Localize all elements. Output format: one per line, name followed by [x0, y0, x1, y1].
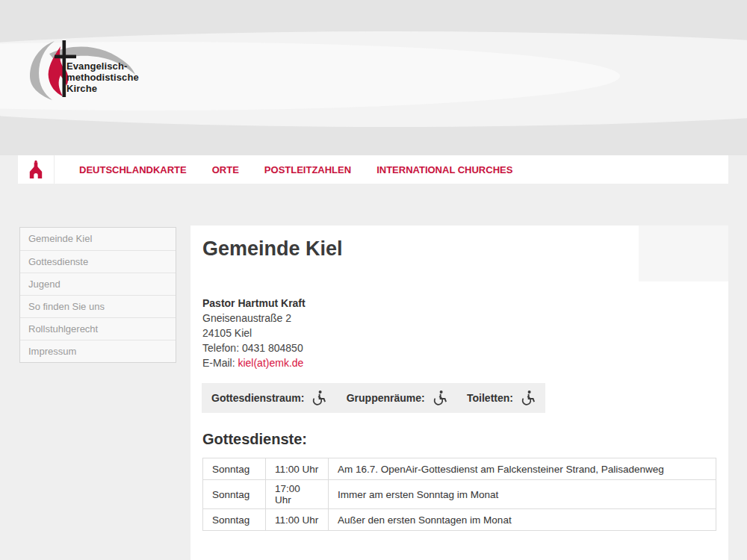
church-home-icon [28, 160, 44, 180]
access-label: Gottesdienstraum: [211, 392, 304, 404]
nav-item-deutschlandkarte[interactable]: DEUTSCHLANDKARTE [66, 155, 199, 184]
wheelchair-icon [520, 390, 536, 406]
access-gruppenraeume: Gruppenräume: [347, 390, 447, 406]
service-note: Außer den ersten Sonntagen im Monat [329, 509, 716, 531]
sidebar-item-impressum[interactable]: Impressum [20, 340, 176, 362]
contact-street: Gneisenaustraße 2 [202, 311, 717, 326]
content-panel: Gemeinde Kiel Pastor Hartmut Kraft Gneis… [190, 225, 728, 560]
service-day: Sonntag [203, 509, 266, 531]
logo-line-3: Kirche [66, 83, 139, 94]
service-day: Sonntag [203, 458, 266, 480]
contact-city: 24105 Kiel [202, 326, 717, 340]
sidebar-item-rollstuhlgerecht[interactable]: Rollstuhlgerecht [20, 317, 176, 340]
logo-line-2: methodistische [66, 72, 139, 83]
sidebar-item-so-finden-sie-uns[interactable]: So finden Sie uns [20, 295, 176, 317]
access-toiletten: Toiletten: [467, 390, 536, 406]
service-note: Immer am ersten Sonntag im Monat [329, 480, 716, 509]
table-row: Sonntag 17:00 Uhr Immer am ersten Sonnta… [203, 480, 716, 509]
accessibility-bar: Gottesdienstraum: Gruppenräume: Toilette… [202, 383, 545, 413]
page-title: Gemeinde Kiel [202, 237, 717, 261]
logo-line-1: Evangelisch- [66, 60, 139, 72]
table-row: Sonntag 11:00 Uhr Außer den ersten Sonnt… [203, 509, 716, 531]
email-link[interactable]: kiel(at)emk.de [238, 357, 303, 369]
contact-phone: Telefon: 0431 804850 [202, 340, 717, 355]
main-layout: Gemeinde Kiel Gottesdienste Jugend So fi… [19, 225, 728, 560]
church-logo[interactable]: Evangelisch- methodistische Kirche [19, 37, 191, 106]
service-time: 17:00 Uhr [266, 480, 329, 509]
services-table: Sonntag 11:00 Uhr Am 16.7. OpenAir-Gotte… [202, 458, 716, 531]
sidebar-item-gottesdienste[interactable]: Gottesdienste [20, 250, 176, 273]
nav-item-orte[interactable]: ORTE [199, 155, 252, 184]
nav-item-postleitzahlen[interactable]: POSTLEITZAHLEN [252, 155, 364, 184]
services-heading: Gottesdienste: [202, 431, 717, 448]
service-time: 11:00 Uhr [266, 509, 329, 531]
access-label: Toiletten: [467, 392, 513, 404]
logo-wordmark: Evangelisch- methodistische Kirche [66, 60, 139, 94]
sidebar-item-jugend[interactable]: Jugend [20, 273, 176, 295]
service-time: 11:00 Uhr [266, 458, 329, 480]
contact-email-line: E-Mail: kiel(at)emk.de [202, 355, 717, 370]
wheelchair-icon [432, 390, 447, 406]
table-row: Sonntag 11:00 Uhr Am 16.7. OpenAir-Gotte… [203, 458, 716, 480]
sidebar-item-gemeinde-kiel[interactable]: Gemeinde Kiel [20, 228, 176, 250]
page-header: Evangelisch- methodistische Kirche [0, 0, 747, 155]
wheelchair-icon [311, 390, 326, 406]
access-label: Gruppenräume: [347, 392, 425, 404]
pastor-name: Pastor Hartmut Kraft [202, 296, 717, 311]
email-label: E-Mail: [202, 357, 238, 369]
service-day: Sonntag [203, 480, 266, 509]
access-gottesdienstraum: Gottesdienstraum: [211, 390, 326, 406]
home-button[interactable] [18, 155, 55, 184]
sidebar-menu: Gemeinde Kiel Gottesdienste Jugend So fi… [19, 227, 176, 363]
nav-item-international-churches[interactable]: INTERNATIONAL CHURCHES [364, 155, 525, 184]
contact-block: Pastor Hartmut Kraft Gneisenaustraße 2 2… [202, 296, 717, 370]
main-nav: DEUTSCHLANDKARTE ORTE POSTLEITZAHLEN INT… [18, 155, 728, 184]
service-note: Am 16.7. OpenAir-Gottesdienst am Falcken… [329, 458, 716, 480]
